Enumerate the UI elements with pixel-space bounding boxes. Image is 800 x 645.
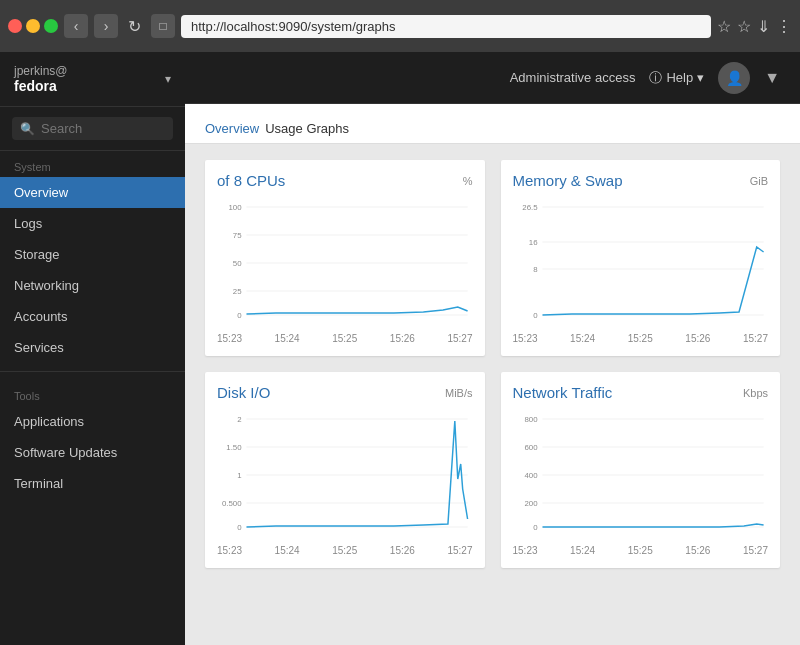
breadcrumb-current: Usage Graphs <box>265 121 349 136</box>
shield-button[interactable]: □ <box>151 14 175 38</box>
menu-icon[interactable]: ⋮ <box>776 17 792 36</box>
memory-graph-unit: GiB <box>750 175 768 187</box>
download-icon[interactable]: ⇓ <box>757 17 770 36</box>
sidebar: jperkins@ fedora ▾ 🔍 System Overview Log… <box>0 52 185 645</box>
disk-graph-title: Disk I/O <box>217 384 270 401</box>
address-bar[interactable] <box>181 15 711 38</box>
network-graph-header: Network Traffic Kbps <box>513 384 769 401</box>
cpu-graph-unit: % <box>463 175 473 187</box>
svg-text:800: 800 <box>524 415 538 424</box>
disk-graph-card: Disk I/O MiB/s 2 1.50 1 0.500 0 <box>205 372 485 568</box>
sidebar-item-networking[interactable]: Networking <box>0 270 185 301</box>
disk-chart: 2 1.50 1 0.500 0 <box>217 409 473 539</box>
browser-actions: ☆ ☆ ⇓ ⋮ <box>717 17 792 36</box>
memory-graph-title: Memory & Swap <box>513 172 623 189</box>
svg-text:400: 400 <box>524 471 538 480</box>
search-box: 🔍 <box>0 107 185 151</box>
breadcrumb-overview-link[interactable]: Overview <box>205 121 259 136</box>
app-wrapper: jperkins@ fedora ▾ 🔍 System Overview Log… <box>0 52 800 645</box>
sidebar-item-applications[interactable]: Applications <box>0 406 185 437</box>
svg-text:25: 25 <box>233 287 242 296</box>
sidebar-item-storage[interactable]: Storage <box>0 239 185 270</box>
content-header: Overview Usage Graphs <box>185 104 800 144</box>
sidebar-item-software-updates[interactable]: Software Updates <box>0 437 185 468</box>
memory-chart: 26.5 16 8 0 <box>513 197 769 327</box>
top-bar: Administrative access ⓘ Help ▾ 👤 ▼ <box>185 52 800 104</box>
search-input-wrap: 🔍 <box>12 117 173 140</box>
svg-text:50: 50 <box>233 259 242 268</box>
cpu-time-labels: 15:2315:2415:2515:2615:27 <box>217 333 473 344</box>
username: jperkins@ <box>14 64 68 78</box>
browser-controls <box>8 19 58 33</box>
sidebar-divider <box>0 371 185 372</box>
svg-text:0: 0 <box>237 311 242 320</box>
help-dropdown-icon: ▾ <box>697 70 704 85</box>
tools-section-label: Tools <box>0 380 185 406</box>
user-info: jperkins@ fedora <box>14 64 68 94</box>
star-icon[interactable]: ☆ <box>737 17 751 36</box>
reload-button[interactable]: ↻ <box>124 17 145 36</box>
main-area: Administrative access ⓘ Help ▾ 👤 ▼ Overv… <box>185 52 800 645</box>
memory-graph-header: Memory & Swap GiB <box>513 172 769 189</box>
svg-text:75: 75 <box>233 231 242 240</box>
svg-text:0: 0 <box>237 523 242 532</box>
svg-text:2: 2 <box>237 415 241 424</box>
network-graph-card: Network Traffic Kbps 800 600 400 200 0 <box>501 372 781 568</box>
user-dropdown-icon[interactable]: ▾ <box>165 72 171 86</box>
cpu-graph-card: of 8 CPUs % 100 75 50 25 <box>205 160 485 356</box>
system-section-label: System <box>0 151 185 177</box>
svg-text:1.50: 1.50 <box>226 443 242 452</box>
svg-text:26.5: 26.5 <box>522 203 538 212</box>
cpu-graph-header: of 8 CPUs % <box>217 172 473 189</box>
sidebar-item-accounts[interactable]: Accounts <box>0 301 185 332</box>
svg-text:0: 0 <box>533 311 538 320</box>
disk-graph-header: Disk I/O MiB/s <box>217 384 473 401</box>
svg-text:100: 100 <box>228 203 242 212</box>
bookmark-icon[interactable]: ☆ <box>717 17 731 36</box>
sidebar-item-services[interactable]: Services <box>0 332 185 363</box>
disk-graph-unit: MiB/s <box>445 387 473 399</box>
help-button[interactable]: ⓘ Help ▾ <box>649 69 704 87</box>
svg-text:600: 600 <box>524 443 538 452</box>
hostname: fedora <box>14 78 68 94</box>
browser-chrome: ‹ › ↻ □ ☆ ☆ ⇓ ⋮ <box>0 0 800 52</box>
svg-text:0.500: 0.500 <box>222 499 242 508</box>
avatar[interactable]: 👤 <box>718 62 750 94</box>
svg-text:0: 0 <box>533 523 538 532</box>
network-graph-title: Network Traffic <box>513 384 613 401</box>
svg-text:200: 200 <box>524 499 538 508</box>
cpu-graph-title: of 8 CPUs <box>217 172 285 189</box>
network-time-labels: 15:2315:2415:2515:2615:27 <box>513 545 769 556</box>
close-button[interactable] <box>8 19 22 33</box>
forward-button[interactable]: › <box>94 14 118 38</box>
avatar-dropdown-icon[interactable]: ▼ <box>764 69 780 87</box>
sidebar-item-terminal[interactable]: Terminal <box>0 468 185 499</box>
network-chart: 800 600 400 200 0 <box>513 409 769 539</box>
help-icon: ⓘ <box>649 69 662 87</box>
back-button[interactable]: ‹ <box>64 14 88 38</box>
minimize-button[interactable] <box>26 19 40 33</box>
search-input[interactable] <box>41 121 165 136</box>
sidebar-item-logs[interactable]: Logs <box>0 208 185 239</box>
disk-time-labels: 15:2315:2415:2515:2615:27 <box>217 545 473 556</box>
memory-graph-card: Memory & Swap GiB 26.5 16 8 0 <box>501 160 781 356</box>
sidebar-item-overview[interactable]: Overview <box>0 177 185 208</box>
memory-time-labels: 15:2315:2415:2515:2615:27 <box>513 333 769 344</box>
graphs-grid: of 8 CPUs % 100 75 50 25 <box>205 160 780 568</box>
svg-text:16: 16 <box>528 238 537 247</box>
maximize-button[interactable] <box>44 19 58 33</box>
svg-text:1: 1 <box>237 471 242 480</box>
help-label: Help <box>666 70 693 85</box>
cpu-chart: 100 75 50 25 0 <box>217 197 473 327</box>
network-graph-unit: Kbps <box>743 387 768 399</box>
search-icon: 🔍 <box>20 122 35 136</box>
svg-text:8: 8 <box>533 265 538 274</box>
content-body: of 8 CPUs % 100 75 50 25 <box>185 144 800 645</box>
user-bar: jperkins@ fedora ▾ <box>0 52 185 107</box>
top-bar-actions: Administrative access ⓘ Help ▾ 👤 ▼ <box>510 62 780 94</box>
admin-access-label: Administrative access <box>510 70 636 85</box>
